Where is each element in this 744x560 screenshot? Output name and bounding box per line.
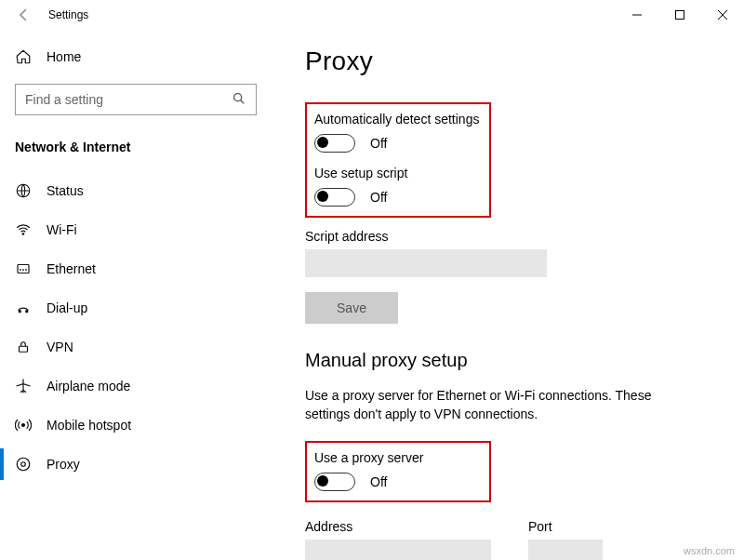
port-label: Port	[528, 519, 603, 534]
manual-proxy-group: Use a proxy server Off	[305, 441, 491, 502]
globe-icon	[15, 182, 32, 199]
window-title: Settings	[48, 8, 88, 21]
address-input[interactable]	[305, 540, 491, 560]
proxy-icon	[15, 456, 32, 473]
maximize-button[interactable]	[658, 0, 701, 30]
wifi-icon	[15, 221, 32, 238]
sidebar-item-label: Dial-up	[46, 300, 87, 315]
sidebar-item-label: Mobile hotspot	[46, 418, 131, 433]
sidebar-item-label: Proxy	[46, 457, 80, 472]
search-input[interactable]: Find a setting	[15, 84, 257, 115]
home-label: Home	[46, 49, 81, 64]
auto-detect-toggle[interactable]	[314, 134, 355, 153]
svg-point-9	[17, 458, 30, 471]
setup-script-state: Off	[370, 190, 387, 205]
auto-proxy-group: Automatically detect settings Off Use se…	[305, 102, 491, 218]
hotspot-icon	[15, 417, 32, 433]
category-heading: Network & Internet	[0, 127, 279, 171]
sidebar-item-hotspot[interactable]: Mobile hotspot	[0, 406, 279, 445]
sidebar-item-dialup[interactable]: Dial-up	[0, 288, 279, 327]
save-button[interactable]: Save	[305, 292, 398, 324]
sidebar-item-ethernet[interactable]: Ethernet	[0, 249, 279, 288]
sidebar-item-airplane[interactable]: Airplane mode	[0, 367, 279, 406]
use-proxy-toggle[interactable]	[314, 473, 355, 491]
svg-point-8	[22, 424, 25, 427]
auto-detect-state: Off	[370, 136, 387, 151]
vpn-icon	[15, 339, 32, 355]
svg-rect-0	[676, 11, 684, 20]
dialup-icon	[15, 300, 32, 316]
sidebar-item-proxy[interactable]: Proxy	[0, 445, 279, 484]
back-button[interactable]	[9, 7, 39, 22]
sidebar-item-status[interactable]: Status	[0, 171, 279, 210]
page-title: Proxy	[305, 47, 720, 76]
svg-rect-7	[20, 346, 28, 352]
sidebar-item-label: Ethernet	[46, 261, 96, 276]
use-proxy-label: Use a proxy server	[314, 450, 480, 465]
use-proxy-state: Off	[370, 474, 387, 489]
search-placeholder: Find a setting	[25, 92, 103, 107]
sidebar-item-vpn[interactable]: VPN	[0, 327, 279, 367]
svg-point-5	[19, 311, 20, 313]
close-button[interactable]	[701, 0, 744, 30]
search-icon	[232, 91, 246, 109]
address-label: Address	[305, 519, 491, 534]
auto-detect-label: Automatically detect settings	[314, 112, 480, 127]
svg-point-1	[234, 93, 242, 100]
setup-script-toggle[interactable]	[314, 188, 355, 207]
port-input[interactable]	[528, 540, 603, 560]
sidebar-item-label: Airplane mode	[46, 379, 130, 393]
svg-point-3	[22, 233, 24, 235]
watermark: wsxdn.com	[684, 545, 735, 556]
sidebar-item-label: VPN	[46, 340, 73, 354]
ethernet-icon	[15, 260, 32, 277]
minimize-button[interactable]	[616, 0, 658, 30]
setup-script-label: Use setup script	[314, 166, 480, 180]
sidebar-item-wifi[interactable]: Wi-Fi	[0, 210, 279, 249]
svg-point-10	[21, 462, 26, 467]
sidebar: Home Find a setting Network & Internet S…	[0, 30, 279, 560]
titlebar: Settings	[0, 0, 744, 30]
sidebar-item-home[interactable]: Home	[0, 41, 279, 73]
home-icon	[15, 48, 32, 65]
manual-setup-description: Use a proxy server for Ethernet or Wi-Fi…	[305, 386, 696, 424]
airplane-icon	[15, 378, 32, 394]
svg-point-6	[26, 311, 28, 313]
script-address-input[interactable]	[305, 249, 547, 277]
main-content: Proxy Automatically detect settings Off …	[279, 30, 744, 560]
script-address-label: Script address	[305, 229, 720, 244]
manual-setup-heading: Manual proxy setup	[305, 350, 720, 371]
window-controls	[616, 0, 744, 30]
sidebar-item-label: Wi-Fi	[46, 222, 77, 237]
sidebar-item-label: Status	[46, 183, 84, 198]
